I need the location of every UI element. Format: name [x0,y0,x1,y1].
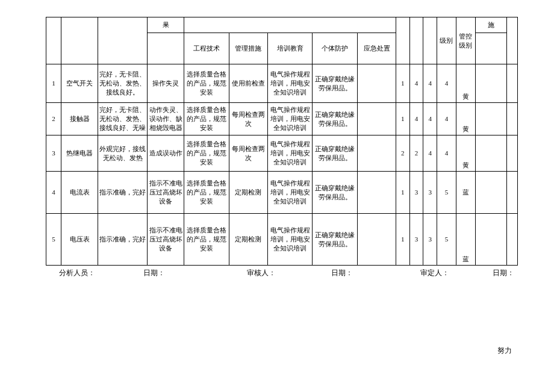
cell-idx: 5 [46,214,61,266]
cell-name: 空气开关 [61,64,98,103]
cell-n3: 3 [423,214,437,266]
cell-train: 电气操作规程培训，用电安全知识培训 [267,64,313,103]
cell-lvl1: 5 [437,214,456,266]
cell-name: 接触器 [61,103,98,135]
hdr-res-partial: 果 [147,17,184,33]
cell-mgmt: 定期检测 [229,172,268,214]
cell-eng: 选择质量合格的产品，规范安装 [184,64,229,103]
cell-mgmt: 每周检查两次 [229,135,268,172]
cell-chk: 外观完好，接线无松动、发热 [98,135,148,172]
hdr-train: 培训教育 [267,33,313,64]
cell-n1: 1 [396,172,409,214]
cell-n2: 2 [409,135,423,172]
table-row: 2 接触器 完好，无卡阻、无松动、发热、接线良好、无噪 动作失灵、误动作、缺相烧… [46,103,518,135]
cell-mgmt: 每周检查两次 [229,103,268,135]
cell-chk: 指示准确，完好 [98,214,148,266]
signature-row: 分析人员： 日期： 审核人： 日期： 审定人： 日期： [46,266,518,278]
cell-eng: 选择质量合格的产品，规范安装 [184,135,229,172]
hdr-meas-partial: 施 [475,17,506,33]
cell-train: 电气操作规程培训，用电安全知识培训 [267,172,313,214]
table-row: 5 电压表 指示准确，完好 指示不准电压过高烧坏设备 选择质量合格的产品，规范安… [46,214,518,266]
cell-meas [475,214,506,266]
cell-n2: 4 [409,103,423,135]
cell-name: 电流表 [61,172,98,214]
cell-lvl2: 蓝 [456,172,475,214]
cell-lvl2: 蓝 [456,214,475,266]
hdr-ppe: 个体防护 [313,33,358,64]
cell-n3: 4 [423,64,437,103]
cell-n3: 3 [423,172,437,214]
cell-mgmt: 定期检测 [229,214,268,266]
cell-ppe: 正确穿戴绝缘劳保用品。 [313,103,358,135]
cell-lvl2: 黄 [456,64,475,103]
label-date3: 日期： [493,268,514,278]
label-date1: 日期： [143,268,247,278]
cell-res: 指示不准电压过高烧坏设备 [147,214,184,266]
cell-emg [358,172,396,214]
page-footer-text: 努力 [497,346,512,356]
cell-eng: 选择质量合格的产品，规范安装 [184,172,229,214]
cell-name: 电压表 [61,214,98,266]
table-row: 1 空气开关 完好，无卡阻、无松动、发热、接线良好。 操作失灵 选择质量合格的产… [46,64,518,103]
header-row-1: 果 级别 管控级别 施 [46,17,518,33]
cell-n1: 2 [396,135,409,172]
cell-res: 指示不准电压过高烧坏设备 [147,172,184,214]
cell-lvl1: 4 [437,135,456,172]
cell-ppe: 正确穿戴绝缘劳保用品。 [313,214,358,266]
cell-train: 电气操作规程培训，用电安全知识培训 [267,103,313,135]
cell-res: 动作失灵、误动作、缺相烧毁电器 [147,103,184,135]
cell-n2: 3 [409,172,423,214]
cell-res: 操作失灵 [147,64,184,103]
cell-n3: 4 [423,135,437,172]
hdr-ctrl-level: 管控级别 [456,17,475,64]
cell-idx: 1 [46,64,61,103]
cell-meas [475,103,506,135]
cell-n1: 1 [396,103,409,135]
cell-chk: 完好，无卡阻、无松动、发热、接线良好、无噪 [98,103,148,135]
label-date2: 日期： [331,268,420,278]
cell-n2: 4 [409,64,423,103]
label-reviewer: 审核人： [247,268,331,278]
table-row: 4 电流表 指示准确，完好 指示不准电压过高烧坏设备 选择质量合格的产品，规范安… [46,172,518,214]
cell-lvl2: 黄 [456,135,475,172]
cell-meas [475,135,506,172]
cell-eng: 选择质量合格的产品，规范安装 [184,214,229,266]
cell-emg [358,214,396,266]
cell-lvl1: 5 [437,172,456,214]
cell-emg [358,64,396,103]
cell-name: 热继电器 [61,135,98,172]
cell-lvl1: 4 [437,64,456,103]
hdr-eng: 工程技术 [184,33,229,64]
cell-lvl2: 黄 [456,103,475,135]
hdr-emg: 应急处置 [358,33,396,64]
cell-ppe: 正确穿戴绝缘劳保用品。 [313,135,358,172]
label-approver: 审定人： [420,268,493,278]
cell-n3: 4 [423,103,437,135]
cell-lvl1: 4 [437,103,456,135]
cell-idx: 4 [46,172,61,214]
cell-emg [358,135,396,172]
cell-idx: 2 [46,103,61,135]
cell-mgmt: 使用前检查 [229,64,268,103]
cell-n1: 1 [396,214,409,266]
cell-chk: 完好，无卡阻、无松动、发热、接线良好。 [98,64,148,103]
cell-train: 电气操作规程培训，用电安全知识培训 [267,135,313,172]
table-row: 3 热继电器 外观完好，接线无松动、发热 造成误动作 选择质量合格的产品，规范安… [46,135,518,172]
cell-idx: 3 [46,135,61,172]
cell-meas [475,64,506,103]
cell-res: 造成误动作 [147,135,184,172]
cell-eng: 选择质量合格的产品，规范安装 [184,103,229,135]
cell-chk: 指示准确，完好 [98,172,148,214]
cell-train: 电气操作规程培训，用电安全知识培训 [267,214,313,266]
cell-ppe: 正确穿戴绝缘劳保用品。 [313,64,358,103]
hdr-mgmt: 管理措施 [229,33,268,64]
hdr-level: 级别 [437,17,456,64]
cell-emg [358,103,396,135]
cell-meas [475,172,506,214]
cell-n2: 3 [409,214,423,266]
risk-table: 果 级别 管控级别 施 工程技术 管理措施 培训教育 个体防护 应急处置 1 空… [46,17,518,266]
cell-n1: 1 [396,64,409,103]
label-analyst: 分析人员： [59,268,143,278]
cell-ppe: 正确穿戴绝缘劳保用品。 [313,172,358,214]
